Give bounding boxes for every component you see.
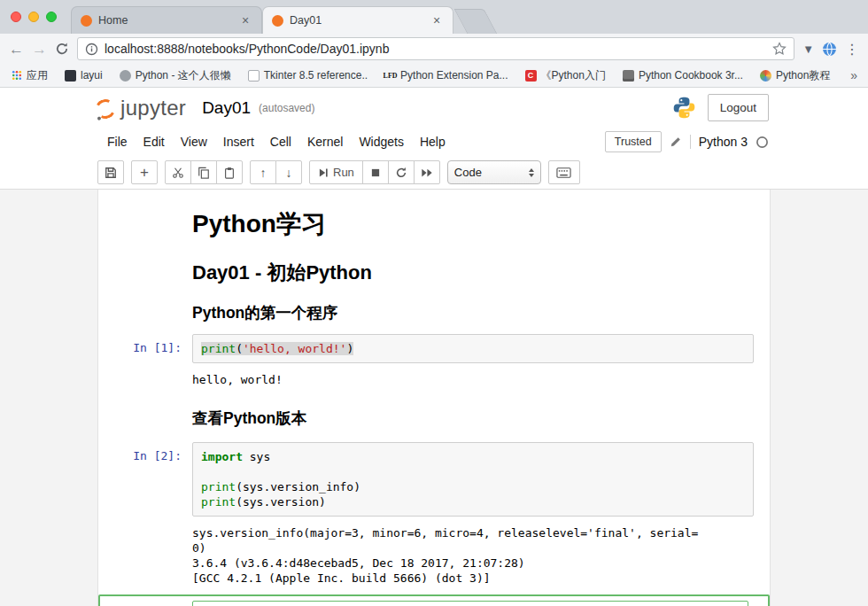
bookmark-apps[interactable]: 应用 (11, 68, 48, 83)
address-bar[interactable]: localhost:8888/notebooks/PythonCode/Day0… (77, 37, 794, 60)
markdown-cell-h3-first[interactable]: Python的第一个程序 (98, 285, 770, 322)
notebook-toolbar: + ↑ ↓ Ru (0, 156, 868, 189)
bookmark-layui[interactable]: layui (65, 69, 103, 82)
bookmark-star-icon[interactable] (772, 42, 787, 56)
tab-close-icon[interactable]: × (238, 13, 252, 27)
page-info-icon[interactable] (85, 43, 98, 56)
jupyter-header: jupyter Day01 (autosaved) Logout (0, 88, 868, 128)
scissors-icon (172, 167, 184, 179)
move-cell-down-button[interactable]: ↓ (275, 160, 302, 184)
output-text: hello, world! (192, 363, 754, 391)
layui-favicon-icon (65, 70, 76, 82)
command-palette-button[interactable] (548, 160, 580, 184)
close-window-button[interactable] (11, 12, 21, 22)
jupyter-wordmark: jupyter (120, 97, 186, 119)
jupyter-planet-icon (93, 97, 118, 121)
bookmark-label: Tkinter 8.5 reference.. (264, 69, 368, 82)
move-cell-up-button[interactable]: ↑ (250, 160, 276, 184)
fast-forward-icon (421, 167, 433, 179)
bookmark-label: 《Python入门 (541, 68, 606, 83)
input-prompt: In [2]: (98, 442, 192, 517)
markdown-cell-h2[interactable]: Day01 - 初始Python (98, 239, 770, 285)
code-cell-2[interactable]: In [2]: import sys print(sys.version_inf… (98, 442, 770, 517)
save-button[interactable] (97, 160, 124, 184)
bookmark-label: layui (81, 69, 103, 82)
cell-type-select[interactable]: Code (447, 160, 541, 184)
step-forward-icon (318, 167, 329, 178)
output-cell-1: hello, world! (98, 363, 770, 391)
divider (690, 135, 691, 149)
back-icon[interactable]: ← (9, 42, 24, 57)
colorful-favicon-icon (760, 70, 771, 82)
tab-strip: Home × Day01 × (71, 6, 453, 34)
bookmark-python-extension[interactable]: LFD Python Extension Pa... (384, 69, 508, 82)
code-cell-1[interactable]: In [1]: print('hello, world!') (98, 334, 770, 363)
restart-icon (395, 167, 407, 179)
book-favicon-icon (623, 70, 634, 82)
add-cell-button[interactable]: + (131, 160, 158, 184)
jupyter-logo[interactable]: jupyter (96, 97, 186, 119)
menu-help[interactable]: Help (412, 129, 453, 154)
output-cell-2: sys.version_info(major=3, minor=6, micro… (98, 517, 770, 589)
menu-view[interactable]: View (173, 129, 215, 154)
bookmark-tkinter-reference[interactable]: Tkinter 8.5 reference.. (248, 69, 368, 82)
tab-day01[interactable]: Day01 × (262, 6, 453, 34)
gray-favicon-icon (120, 70, 131, 82)
menu-widgets[interactable]: Widgets (351, 129, 412, 154)
trusted-button[interactable]: Trusted (605, 131, 662, 152)
reload-icon[interactable] (55, 42, 69, 56)
kernel-name: Python 3 (699, 135, 748, 149)
arrow-up-icon: ↑ (260, 167, 267, 179)
menu-insert[interactable]: Insert (215, 129, 262, 154)
menu-edit[interactable]: Edit (136, 129, 173, 154)
forward-icon[interactable]: → (32, 42, 47, 57)
copy-cell-button[interactable] (190, 160, 217, 184)
code-input-1[interactable]: print('hello, world!') (192, 334, 754, 363)
code-input-2[interactable]: import sys print(sys.version_info) print… (192, 442, 754, 517)
input-prompt: In [ ]: (104, 601, 192, 606)
output-text: sys.version_info(major=3, minor=6, micro… (192, 517, 754, 589)
autosave-status: (autosaved) (259, 102, 314, 114)
arrow-down-icon: ↓ (286, 167, 292, 179)
logout-button[interactable]: Logout (708, 94, 769, 121)
notebook-container: Python学习 Day01 - 初始Python Python的第一个程序 I… (97, 190, 771, 606)
restart-run-all-button[interactable] (414, 160, 440, 184)
bookmark-label: Python - 这个人很懒 (136, 68, 231, 83)
tab-home[interactable]: Home × (71, 6, 262, 34)
extension-triangle-icon[interactable]: ▼ (802, 43, 814, 56)
bookmark-label: 应用 (27, 68, 48, 83)
save-icon (105, 167, 117, 179)
markdown-cell-h1[interactable]: Python学习 (98, 204, 770, 239)
browser-menu-icon[interactable]: ⋮ (845, 41, 859, 58)
run-cell-button[interactable]: Run (309, 160, 363, 184)
stop-icon (370, 167, 381, 178)
run-label: Run (333, 166, 354, 179)
menu-kernel[interactable]: Kernel (299, 129, 351, 154)
new-tab-button[interactable] (454, 9, 498, 34)
restart-kernel-button[interactable] (388, 160, 415, 184)
bookmark-python-cookbook[interactable]: Python Cookbook 3r... (623, 69, 743, 82)
cut-cell-button[interactable] (165, 160, 191, 184)
bookmark-python-blog[interactable]: Python - 这个人很懒 (120, 68, 231, 83)
bookmark-python-rumen[interactable]: C 《Python入门 (525, 68, 606, 83)
bookmarks-overflow-icon[interactable]: » (850, 68, 857, 82)
code-cell-3-selected[interactable]: In [ ]: (98, 594, 770, 606)
paste-cell-button[interactable] (216, 160, 243, 184)
menu-cell[interactable]: Cell (262, 129, 299, 154)
document-favicon-icon (248, 70, 260, 82)
url-text: localhost:8888/notebooks/PythonCode/Day0… (105, 42, 766, 56)
bookmark-python-jiaocheng[interactable]: Python教程 (760, 68, 830, 83)
notebook-title[interactable]: Day01 (202, 98, 251, 118)
code-input-3[interactable] (192, 601, 748, 606)
minimize-window-button[interactable] (28, 12, 39, 22)
notebook-menubar: File Edit View Insert Cell Kernel Widget… (0, 128, 868, 156)
markdown-cell-h3-second[interactable]: 查看Python版本 (98, 391, 770, 428)
tab-home-label: Home (98, 14, 238, 27)
zoom-window-button[interactable] (46, 12, 57, 22)
edit-mode-pencil-icon (670, 136, 682, 148)
interrupt-kernel-button[interactable] (362, 160, 389, 184)
extension-globe-icon[interactable] (822, 42, 837, 57)
menu-file[interactable]: File (99, 129, 136, 154)
tab-close-icon[interactable]: × (430, 13, 444, 27)
bookmark-label: Python Cookbook 3r... (639, 69, 743, 82)
